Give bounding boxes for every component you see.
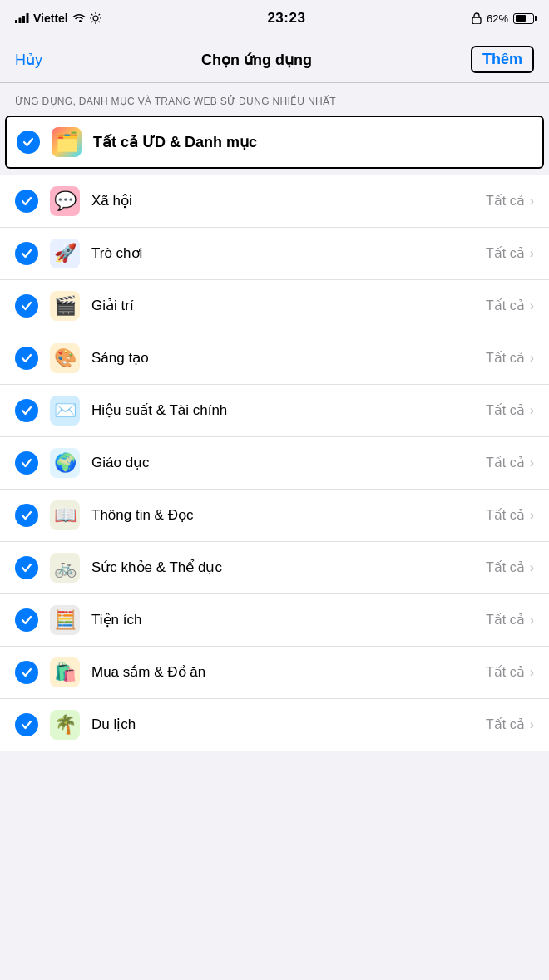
svg-rect-13	[472, 17, 481, 24]
list-item[interactable]: 🎬 Giải trí Tất cả ›	[0, 280, 549, 332]
category-value: Tất cả	[486, 402, 525, 418]
category-name: Du lịch	[92, 716, 486, 733]
svg-line-10	[98, 22, 99, 22]
list-item[interactable]: 🛍️ Mua sắm & Đồ ăn Tất cả ›	[0, 647, 549, 699]
svg-line-9	[92, 14, 92, 15]
battery-icon	[513, 13, 534, 24]
svg-rect-3	[27, 13, 29, 23]
chevron-icon: ›	[530, 194, 534, 209]
category-icon: ✉️	[50, 396, 80, 426]
section-header: ỨNG DỤNG, DANH MỤC VÀ TRANG WEB SỬ DỤNG …	[0, 83, 549, 116]
all-apps-icon: 🗂️	[52, 127, 82, 157]
check-icon	[15, 399, 38, 422]
lock-icon	[472, 12, 482, 24]
category-name: Tiện ích	[92, 611, 486, 628]
chevron-icon: ›	[530, 456, 534, 470]
chevron-icon: ›	[530, 613, 534, 628]
list-item[interactable]: 🌍 Giáo dục Tất cả ›	[0, 437, 549, 490]
check-icon	[15, 347, 38, 370]
category-value: Tất cả	[486, 559, 525, 575]
category-name: Hiệu suất & Tài chính	[92, 401, 486, 419]
check-icon	[15, 608, 38, 632]
all-apps-label: Tất cả ƯD & Danh mục	[93, 133, 532, 151]
category-icon: 🧮	[50, 605, 80, 635]
list-item[interactable]: ✉️ Hiệu suất & Tài chính Tất cả ›	[0, 385, 549, 437]
status-time: 23:23	[267, 10, 305, 27]
page-title: Chọn ứng dụng	[201, 51, 312, 69]
list-item[interactable]: 🌴 Du lịch Tất cả ›	[0, 699, 549, 751]
category-value: Tất cả	[486, 350, 525, 366]
category-value: Tất cả	[486, 612, 525, 628]
svg-line-12	[92, 22, 92, 22]
status-right: 62%	[472, 12, 534, 25]
check-icon	[15, 504, 38, 527]
category-icon: 🚲	[50, 553, 80, 583]
chevron-icon: ›	[530, 560, 534, 575]
list-item[interactable]: 📖 Thông tin & Đọc Tất cả ›	[0, 490, 549, 542]
list-item[interactable]: 🎨 Sáng tạo Tất cả ›	[0, 332, 549, 385]
brightness-icon	[90, 12, 101, 24]
category-name: Mua sắm & Đồ ăn	[92, 663, 486, 681]
category-name: Xã hội	[92, 192, 486, 209]
category-icon: 🛍️	[50, 657, 80, 687]
carrier-info: Viettel	[15, 12, 101, 25]
category-name: Sức khỏe & Thể dục	[92, 559, 486, 576]
check-icon	[15, 556, 38, 579]
add-button[interactable]: Thêm	[471, 46, 534, 73]
svg-rect-0	[15, 20, 17, 23]
category-name: Giáo dục	[92, 454, 486, 471]
chevron-icon: ›	[530, 351, 534, 366]
category-value: Tất cả	[486, 298, 525, 313]
category-icon: 📖	[50, 500, 80, 530]
check-icon	[15, 661, 38, 684]
category-icon: 🌍	[50, 448, 80, 478]
category-value: Tất cả	[486, 193, 525, 209]
check-icon	[15, 190, 38, 213]
check-icon	[15, 713, 38, 736]
list-item[interactable]: 🚀 Trò chơi Tất cả ›	[0, 228, 549, 280]
check-icon	[17, 131, 40, 154]
category-icon: 🚀	[50, 239, 80, 268]
status-bar: Viettel 23:23 62%	[0, 0, 549, 37]
chevron-icon: ›	[530, 246, 534, 261]
svg-point-4	[93, 16, 98, 21]
signal-icon	[15, 13, 29, 23]
category-value: Tất cả	[486, 717, 525, 732]
svg-rect-1	[19, 18, 22, 24]
chevron-icon: ›	[530, 403, 534, 418]
nav-bar: Hủy Chọn ứng dụng Thêm	[0, 37, 549, 83]
category-value: Tất cả	[486, 507, 525, 523]
category-list: 💬 Xã hội Tất cả › 🚀 Trò chơi Tất cả › 🎬 …	[0, 175, 549, 751]
list-item[interactable]: 🚲 Sức khỏe & Thể dục Tất cả ›	[0, 542, 549, 594]
svg-rect-2	[22, 16, 25, 23]
chevron-icon: ›	[530, 665, 534, 680]
svg-line-11	[98, 14, 99, 15]
category-icon: 🌴	[50, 710, 80, 740]
category-name: Thông tin & Đọc	[92, 506, 486, 524]
list-item[interactable]: 🧮 Tiện ích Tất cả ›	[0, 594, 549, 647]
chevron-icon: ›	[530, 717, 534, 732]
chevron-icon: ›	[530, 298, 534, 313]
category-icon: 💬	[50, 186, 80, 216]
chevron-icon: ›	[530, 508, 534, 523]
battery-percentage: 62%	[487, 12, 508, 25]
carrier-name: Viettel	[33, 12, 68, 25]
category-value: Tất cả	[486, 245, 525, 261]
category-name: Giải trí	[92, 297, 486, 314]
category-icon: 🎨	[50, 343, 80, 373]
category-icon: 🎬	[50, 291, 80, 321]
category-value: Tất cả	[486, 455, 525, 470]
wifi-icon	[72, 13, 86, 23]
check-icon	[15, 294, 38, 318]
all-apps-row[interactable]: 🗂️ Tất cả ƯD & Danh mục	[5, 116, 544, 169]
cancel-button[interactable]: Hủy	[15, 51, 42, 69]
list-item[interactable]: 💬 Xã hội Tất cả ›	[0, 175, 549, 228]
category-value: Tất cả	[486, 664, 525, 680]
category-name: Trò chơi	[92, 244, 486, 262]
check-icon	[15, 451, 38, 475]
check-icon	[15, 242, 38, 265]
category-name: Sáng tạo	[92, 349, 486, 367]
